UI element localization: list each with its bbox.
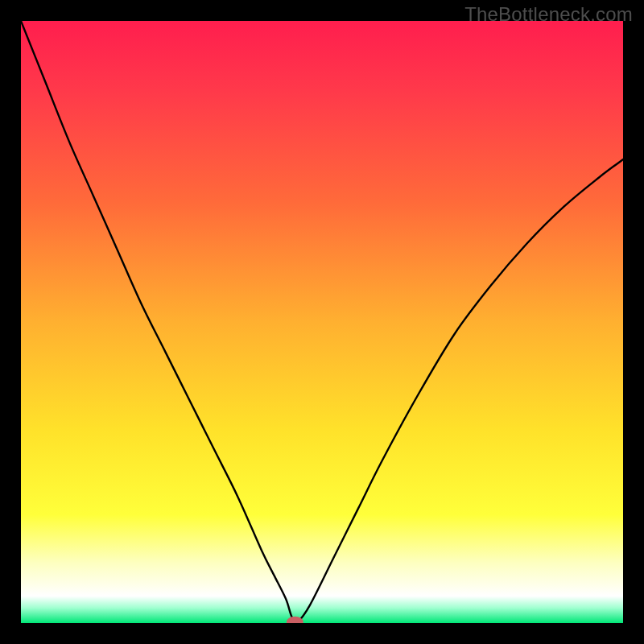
chart-container: TheBottleneck.com [0,0,644,644]
gradient-background [21,21,623,623]
bottleneck-chart [21,21,623,623]
plot-area [21,21,623,623]
watermark-text: TheBottleneck.com [464,3,633,26]
